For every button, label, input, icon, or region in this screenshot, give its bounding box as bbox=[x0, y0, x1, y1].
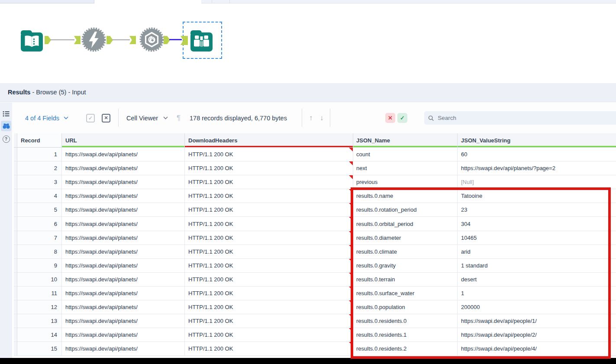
cell-downloadheaders[interactable]: HTTP/1.1 200 OK bbox=[185, 161, 353, 175]
cell-record[interactable]: 8 bbox=[17, 245, 62, 259]
cell-url[interactable]: https://swapi.dev/api/planets/ bbox=[62, 217, 185, 231]
cell-record[interactable]: 6 bbox=[17, 217, 62, 231]
cell-json-valuestring[interactable]: 1 bbox=[458, 287, 616, 300]
cell-url[interactable]: https://swapi.dev/api/planets/ bbox=[62, 259, 185, 273]
jsonparse-input-anchor[interactable] bbox=[129, 36, 136, 44]
cell-url[interactable]: https://swapi.dev/api/planets/ bbox=[62, 273, 185, 287]
cell-downloadheaders[interactable]: HTTP/1.1 200 OK bbox=[185, 189, 353, 203]
cell-downloadheaders[interactable]: HTTP/1.1 200 OK bbox=[185, 342, 353, 356]
cell-downloadheaders[interactable]: HTTP/1.1 200 OK bbox=[185, 175, 353, 189]
cell-url[interactable]: https://swapi.dev/api/planets/ bbox=[62, 287, 185, 300]
help-icon[interactable]: ? bbox=[1, 134, 11, 144]
search-input[interactable] bbox=[437, 114, 616, 122]
cancel-button[interactable]: ✕ bbox=[385, 103, 395, 133]
cell-record[interactable]: 7 bbox=[17, 231, 62, 245]
cell-url[interactable]: https://swapi.dev/api/planets/ bbox=[62, 189, 185, 203]
arrow-down-icon[interactable]: ↓ bbox=[320, 103, 324, 133]
column-header-json-valuestring[interactable]: JSON_ValueString bbox=[458, 133, 616, 148]
cell-url[interactable]: https://swapi.dev/api/planets/ bbox=[62, 300, 185, 314]
table-row[interactable]: 1 https://swapi.dev/api/planets/ HTTP/1.… bbox=[14, 148, 616, 161]
cell-url[interactable]: https://swapi.dev/api/planets/ bbox=[62, 342, 185, 356]
cell-json-name[interactable]: results.0.rotation_period bbox=[353, 203, 458, 217]
table-row[interactable]: 4 https://swapi.dev/api/planets/ HTTP/1.… bbox=[14, 189, 616, 203]
cell-record[interactable]: 1 bbox=[17, 148, 62, 161]
table-row[interactable]: 10 https://swapi.dev/api/planets/ HTTP/1… bbox=[14, 273, 616, 287]
cell-json-valuestring[interactable]: Tatooine bbox=[458, 189, 616, 203]
table-row[interactable]: 12 https://swapi.dev/api/planets/ HTTP/1… bbox=[14, 300, 616, 314]
cell-url[interactable]: https://swapi.dev/api/planets/ bbox=[62, 148, 185, 161]
cell-downloadheaders[interactable]: HTTP/1.1 200 OK bbox=[185, 245, 353, 259]
wire-jsonparse-browse-selected[interactable] bbox=[169, 39, 182, 40]
cell-json-name[interactable]: results.0.orbital_period bbox=[353, 217, 458, 231]
cell-json-name[interactable]: results.0.climate bbox=[353, 245, 458, 259]
fields-dropdown[interactable]: 4 of 4 Fields bbox=[25, 103, 68, 133]
workflow-tab-sliver[interactable] bbox=[0, 0, 94, 3]
cell-json-valuestring[interactable]: 10465 bbox=[458, 231, 616, 245]
cell-downloadheaders[interactable]: HTTP/1.1 200 OK bbox=[185, 300, 353, 314]
cell-url[interactable]: https://swapi.dev/api/planets/ bbox=[62, 231, 185, 245]
metadata-list-icon[interactable] bbox=[1, 109, 11, 119]
cell-viewer-dropdown[interactable]: Cell Viewer bbox=[126, 103, 168, 133]
cell-downloadheaders[interactable]: HTTP/1.1 200 OK bbox=[185, 314, 353, 328]
column-header-record[interactable]: Record bbox=[17, 133, 62, 148]
cell-record[interactable]: 4 bbox=[17, 189, 62, 203]
cell-json-name[interactable]: next bbox=[353, 161, 458, 175]
cell-json-name[interactable]: results.0.diameter bbox=[353, 231, 458, 245]
cell-record[interactable]: 2 bbox=[17, 161, 62, 175]
cell-downloadheaders[interactable]: HTTP/1.1 200 OK bbox=[185, 328, 353, 342]
input-data-tool[interactable] bbox=[19, 29, 44, 54]
cell-record[interactable]: 9 bbox=[17, 259, 62, 273]
cell-url[interactable]: https://swapi.dev/api/planets/ bbox=[62, 328, 185, 342]
cell-record[interactable]: 12 bbox=[17, 300, 62, 314]
cell-record[interactable]: 11 bbox=[17, 287, 62, 300]
cell-json-name[interactable]: results.0.residents.2 bbox=[353, 342, 458, 356]
table-row[interactable]: 11 https://swapi.dev/api/planets/ HTTP/1… bbox=[14, 287, 616, 300]
cell-json-name[interactable]: results.0.residents.1 bbox=[353, 328, 458, 342]
browse-input-anchor[interactable] bbox=[181, 36, 188, 45]
cell-downloadheaders[interactable]: HTTP/1.1 200 OK bbox=[185, 287, 353, 300]
table-row[interactable]: 9 https://swapi.dev/api/planets/ HTTP/1.… bbox=[14, 259, 616, 273]
cell-json-valuestring[interactable]: https://swapi.dev/api/people/2/ bbox=[458, 328, 616, 342]
cell-downloadheaders[interactable]: HTTP/1.1 200 OK bbox=[185, 217, 353, 231]
cell-json-name[interactable]: results.0.population bbox=[353, 300, 458, 314]
cell-url[interactable]: https://swapi.dev/api/planets/ bbox=[62, 161, 185, 175]
table-row[interactable]: 13 https://swapi.dev/api/planets/ HTTP/1… bbox=[14, 314, 616, 328]
cell-json-valuestring[interactable]: 60 bbox=[458, 148, 616, 161]
arrow-up-icon[interactable]: ↑ bbox=[309, 103, 313, 133]
cell-url[interactable]: https://swapi.dev/api/planets/ bbox=[62, 245, 185, 259]
cell-json-valuestring[interactable]: 304 bbox=[458, 217, 616, 231]
wire-download-jsonparse[interactable] bbox=[112, 39, 130, 40]
cell-record[interactable]: 15 bbox=[17, 342, 62, 356]
column-header-downloadheaders[interactable]: DownloadHeaders bbox=[185, 133, 353, 148]
download-tool[interactable] bbox=[81, 27, 106, 54]
cell-json-valuestring[interactable]: https://swapi.dev/api/planets/?page=2 bbox=[458, 161, 616, 175]
select-all-fields-button[interactable]: ✓ bbox=[86, 103, 95, 133]
cell-json-valuestring[interactable]: [Null] bbox=[458, 175, 616, 189]
deselect-fields-button[interactable]: ✕ bbox=[102, 103, 110, 133]
search-box[interactable] bbox=[424, 111, 616, 125]
apply-button[interactable]: ✓ bbox=[397, 103, 407, 133]
cell-json-name[interactable]: results.0.terrain bbox=[353, 273, 458, 287]
cell-record[interactable]: 3 bbox=[17, 175, 62, 189]
cell-url[interactable]: https://swapi.dev/api/planets/ bbox=[62, 203, 185, 217]
cell-json-valuestring[interactable]: 200000 bbox=[458, 300, 616, 314]
table-row[interactable]: 14 https://swapi.dev/api/planets/ HTTP/1… bbox=[14, 328, 616, 342]
table-row[interactable]: 8 https://swapi.dev/api/planets/ HTTP/1.… bbox=[14, 245, 616, 259]
table-row[interactable]: 6 https://swapi.dev/api/planets/ HTTP/1.… bbox=[14, 217, 616, 231]
column-header-json-name[interactable]: JSON_Name bbox=[353, 133, 458, 148]
cell-json-name[interactable]: results.0.residents.0 bbox=[353, 314, 458, 328]
cell-json-valuestring[interactable]: https://swapi.dev/api/people/1/ bbox=[458, 314, 616, 328]
table-row[interactable]: 15 https://swapi.dev/api/planets/ HTTP/1… bbox=[14, 342, 616, 356]
cell-json-name[interactable]: count bbox=[353, 148, 458, 161]
table-row[interactable]: 2 https://swapi.dev/api/planets/ HTTP/1.… bbox=[14, 161, 616, 175]
cell-downloadheaders[interactable]: HTTP/1.1 200 OK bbox=[185, 231, 353, 245]
browse-tool[interactable] bbox=[189, 28, 213, 54]
wire-input-download[interactable] bbox=[50, 39, 74, 40]
table-row[interactable]: 5 https://swapi.dev/api/planets/ HTTP/1.… bbox=[14, 203, 616, 217]
cell-json-name[interactable]: previous bbox=[353, 175, 458, 189]
cell-downloadheaders[interactable]: HTTP/1.1 200 OK bbox=[185, 203, 353, 217]
cell-json-name[interactable]: results.0.surface_water bbox=[353, 287, 458, 300]
cell-json-valuestring[interactable]: desert bbox=[458, 273, 616, 287]
cell-url[interactable]: https://swapi.dev/api/planets/ bbox=[62, 314, 185, 328]
cell-downloadheaders[interactable]: HTTP/1.1 200 OK bbox=[185, 148, 353, 161]
